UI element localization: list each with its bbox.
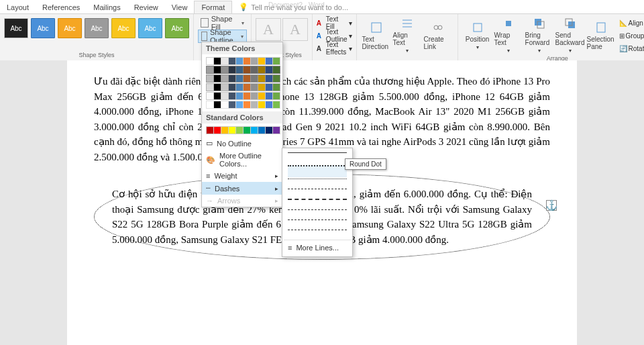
tab-references[interactable]: References <box>36 1 87 13</box>
more-lines-item[interactable]: ≡More Lines... <box>284 242 351 254</box>
svg-rect-7 <box>568 21 575 28</box>
dashes-item[interactable]: ┄Dashes▸ <box>202 182 282 195</box>
tab-layout[interactable]: Layout <box>0 1 36 13</box>
align-button[interactable]: 📐 Align ▾ <box>619 17 644 29</box>
color-swatch[interactable] <box>272 92 280 100</box>
svg-rect-4 <box>506 21 511 26</box>
text-direction-button[interactable]: Text Direction <box>361 15 392 55</box>
shape-style-1[interactable]: Abc <box>4 18 28 38</box>
color-swatch[interactable] <box>272 126 280 134</box>
theme-color-grid[interactable] <box>202 54 282 111</box>
shape-outline-button[interactable]: Shape Outline▾ <box>198 30 247 43</box>
more-lines-icon: ≡ <box>288 244 292 252</box>
tab-review[interactable]: Review <box>127 1 165 13</box>
dash-dash[interactable] <box>288 189 347 197</box>
shape-style-4[interactable]: Abc <box>85 18 109 38</box>
svg-rect-9 <box>597 23 605 32</box>
shape-style-5[interactable]: Abc <box>111 18 136 38</box>
rotate-button[interactable]: 🔄 Rotate ▾ <box>619 42 644 54</box>
dash-solid[interactable] <box>288 152 347 161</box>
text-fill-button[interactable]: A Text Fill▾ <box>317 17 352 29</box>
pen-icon <box>201 32 207 41</box>
standard-color-grid[interactable] <box>202 124 282 137</box>
dashes-flyout: ≡More Lines... <box>282 148 353 257</box>
tab-view[interactable]: View <box>165 1 195 13</box>
dash-round-dot[interactable] <box>288 165 347 177</box>
shape-style-2[interactable]: Abc <box>31 18 55 38</box>
weight-item[interactable]: ≡Weight▸ <box>202 170 282 182</box>
palette-icon: 🎨 <box>206 156 215 164</box>
svg-rect-5 <box>535 19 541 26</box>
color-swatch[interactable] <box>272 83 280 91</box>
svg-rect-0 <box>372 23 381 32</box>
no-outline-item[interactable]: ▭No Outline <box>202 137 282 150</box>
shape-fill-button[interactable]: Shape Fill▾ <box>198 17 247 29</box>
text-outline-button[interactable]: A Text Outline▾ <box>317 30 352 42</box>
bucket-icon <box>201 18 209 28</box>
align-text-button[interactable]: Align Text▾ <box>392 15 423 55</box>
shape-style-7[interactable]: Abc <box>165 18 189 38</box>
no-outline-icon: ▭ <box>206 139 213 148</box>
selection-pane-button[interactable]: Selection Pane <box>586 15 616 55</box>
dash-long-dash-dot-dot[interactable] <box>288 230 347 238</box>
dash-tooltip: Round Dot <box>345 158 386 170</box>
wrap-text-button[interactable]: Wrap Text▾ <box>493 15 524 55</box>
bulb-icon: 💡 <box>239 3 248 11</box>
more-colors-item[interactable]: 🎨More Outline Colors... <box>202 150 282 170</box>
color-swatch[interactable] <box>272 101 280 109</box>
ribbon: Abc Abc Abc Abc Abc Abc Abc Shape Styles… <box>0 14 644 62</box>
dash-dash-dot[interactable] <box>288 199 347 208</box>
color-swatch[interactable] <box>272 75 280 83</box>
dash-square-dot[interactable] <box>288 179 347 187</box>
tab-format[interactable]: Format <box>194 1 232 13</box>
shape-style-gallery[interactable]: Abc Abc Abc Abc Abc Abc Abc <box>4 15 189 38</box>
send-backward-button[interactable]: Send Backward▾ <box>555 15 586 55</box>
shape-style-3[interactable]: Abc <box>58 18 82 38</box>
svg-point-1 <box>434 26 438 30</box>
weight-icon: ≡ <box>206 172 210 180</box>
wordart-style-2[interactable]: A <box>282 18 308 41</box>
create-link-button[interactable]: Create Link <box>423 15 453 55</box>
arrows-item: →Arrows▸ <box>202 195 282 207</box>
shape-outline-popup: Theme Colors Standard Colors ▭No Outline… <box>201 42 283 207</box>
svg-rect-3 <box>474 23 482 32</box>
theme-colors-header: Theme Colors <box>202 42 282 54</box>
wordart-style-1[interactable]: A <box>256 18 281 41</box>
shape-style-6[interactable]: Abc <box>138 18 162 38</box>
dashes-icon: ┄ <box>206 184 211 193</box>
standard-colors-header: Standard Colors <box>202 111 282 124</box>
text-effects-button[interactable]: A Text Effects▾ <box>317 42 352 54</box>
dash-long-dash[interactable] <box>288 209 347 218</box>
svg-point-2 <box>438 26 442 30</box>
group-button[interactable]: ⊞ Group ▾ <box>619 30 644 42</box>
arrows-icon: → <box>206 197 213 205</box>
color-swatch[interactable] <box>272 66 280 74</box>
document-title: Document2 - Word <box>268 0 644 10</box>
shape-styles-label: Shape Styles <box>4 52 189 60</box>
color-swatch[interactable] <box>272 57 280 65</box>
dash-long-dash-dot[interactable] <box>288 219 347 228</box>
anchor-icon[interactable]: ⚓ <box>546 200 557 211</box>
position-button[interactable]: Position▾ <box>462 15 493 55</box>
bring-forward-button[interactable]: Bring Forward▾ <box>524 15 555 55</box>
tab-mailings[interactable]: Mailings <box>87 1 127 13</box>
